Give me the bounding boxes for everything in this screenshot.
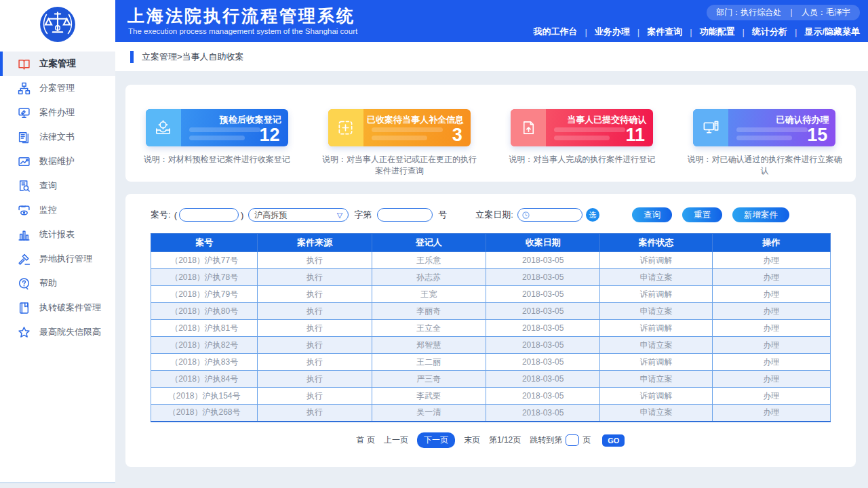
handle-case-link[interactable]: 办理: [763, 306, 779, 316]
registrar-cell: 孙志苏: [372, 269, 486, 286]
case-year-input[interactable]: [179, 208, 239, 222]
jump-page-input[interactable]: [566, 434, 579, 446]
first-page-link[interactable]: 首 页: [357, 434, 375, 446]
sidebar-item-3[interactable]: 法律文书: [0, 125, 115, 149]
table-row: （2018）沪执79号执行王宽2018-03-05诉前调解办理: [151, 286, 831, 303]
case-no-cell: （2018）沪执268号: [151, 405, 258, 422]
stat-description: 说明：对当事人正在登记或正在更正的执行案件进行查询: [321, 154, 478, 177]
last-page-link[interactable]: 末页: [464, 434, 480, 446]
handle-case-link[interactable]: 办理: [763, 256, 779, 265]
search-doc-icon: [18, 180, 31, 192]
registrar-cell: 王立全: [372, 320, 486, 337]
handle-case-link[interactable]: 办理: [763, 272, 779, 282]
stat-value: 3: [452, 126, 462, 144]
search-button[interactable]: 查询: [632, 207, 672, 222]
stat-decor-bar: [189, 136, 245, 140]
reset-button[interactable]: 重置: [682, 207, 722, 222]
source-cell: 执行: [258, 303, 372, 320]
case-no-label: 案号:: [151, 209, 171, 221]
case-handling-icon: [18, 106, 31, 119]
source-cell: 执行: [258, 286, 372, 303]
stat-value: 12: [260, 126, 280, 144]
nav-item-5[interactable]: 显示/隐藏菜单: [804, 26, 860, 38]
status-cell: 申请立案: [600, 337, 712, 354]
handle-case-link[interactable]: 办理: [763, 357, 779, 367]
sidebar-item-10[interactable]: 执转破案件管理: [0, 296, 115, 320]
stat-col-0: 预检后收案登记12说明：对材料预检登记案件进行收案登记: [125, 109, 308, 182]
stat-decor-bar: [189, 127, 260, 132]
action-cell: 办理: [712, 354, 830, 371]
breadcrumb-bar: 立案管理>当事人自助收案: [115, 42, 868, 71]
nav-item-2[interactable]: 案件查询: [647, 26, 682, 38]
breadcrumb-accent-bar: [130, 51, 134, 63]
case-list-panel: 案号: ( ) 沪高拆预 ▽ 字第 号 立案日期: 选 查询 重置 新增案件 案…: [125, 194, 856, 467]
court-code-select[interactable]: 沪高拆预 ▽: [248, 208, 349, 222]
sidebar: 立案管理分案管理案件办理法律文书数据维护查询监控统计报表异地执行管理帮助执转破案…: [0, 0, 115, 483]
table-row: （2018）沪执81号执行王立全2018-03-05诉前调解办理: [151, 320, 831, 337]
prev-page-link[interactable]: 上一页: [384, 434, 408, 446]
case-seq-input[interactable]: [377, 208, 433, 222]
case-no-cell: （2018）沪执154号: [151, 388, 258, 405]
registrar-cell: 吴一清: [372, 405, 486, 422]
stat-decor-bar: [736, 136, 792, 140]
case-no-cell: （2018）沪执80号: [151, 303, 258, 320]
source-cell: 执行: [258, 252, 372, 269]
handle-case-link[interactable]: 办理: [763, 407, 779, 417]
nav-item-3[interactable]: 功能配置: [700, 26, 735, 38]
registrar-cell: 王二丽: [372, 354, 486, 371]
source-cell: 执行: [258, 320, 372, 337]
table-header-cell: 操作: [712, 234, 830, 252]
date-picker-button[interactable]: 选: [586, 208, 599, 222]
handle-case-link[interactable]: 办理: [763, 374, 779, 384]
registrar-cell: 王宽: [372, 286, 486, 303]
jump-suffix-label: 页: [583, 434, 591, 446]
sidebar-item-2[interactable]: 案件办理: [0, 100, 115, 125]
sidebar-item-9[interactable]: 帮助: [0, 271, 115, 296]
nav-item-1[interactable]: 业务办理: [595, 26, 630, 38]
stat-card-1[interactable]: 已收案待当事人补全信息3: [328, 109, 471, 146]
stat-value: 11: [626, 126, 646, 144]
case-no-cell: （2018）沪执77号: [151, 252, 258, 269]
go-button[interactable]: GO: [602, 434, 625, 447]
sidebar-item-11[interactable]: 最高院失信限高: [0, 320, 115, 344]
date-cell: 2018-03-05: [486, 371, 599, 388]
add-case-button[interactable]: 新增案件: [732, 207, 789, 222]
action-cell: 办理: [712, 405, 830, 422]
doc-upload-icon: [511, 109, 546, 146]
sidebar-item-1[interactable]: 分案管理: [0, 76, 115, 100]
registrar-cell: 郑智慧: [372, 337, 486, 354]
handle-case-link[interactable]: 办理: [763, 391, 779, 401]
table-row: （2018）沪执268号执行吴一清2018-03-05申请立案办理: [151, 405, 831, 422]
sidebar-item-8[interactable]: 异地执行管理: [0, 247, 115, 271]
stat-card-3[interactable]: 已确认待办理15: [693, 109, 835, 146]
date-cell: 2018-03-05: [486, 252, 599, 269]
status-cell: 诉前调解: [600, 286, 712, 303]
sidebar-item-7[interactable]: 统计报表: [0, 222, 115, 247]
sidebar-item-0[interactable]: 立案管理: [0, 52, 115, 76]
registrar-cell: 李丽奇: [372, 303, 486, 320]
legal-docs-icon: [18, 131, 31, 144]
court-code-value: 沪高拆预: [254, 209, 287, 221]
action-cell: 办理: [712, 337, 830, 354]
status-cell: 申请立案: [600, 269, 712, 286]
sidebar-item-label: 执转破案件管理: [39, 302, 101, 314]
handle-case-link[interactable]: 办理: [763, 340, 779, 350]
sidebar-item-4[interactable]: 数据维护: [0, 149, 115, 174]
user-info-pill: 部门：执行综合处 ｜ 人员：毛泽宇: [707, 5, 860, 20]
table-row: （2018）沪执84号执行严三奇2018-03-05申请立案办理: [151, 371, 831, 388]
sidebar-item-5[interactable]: 查询: [0, 174, 115, 198]
next-page-button[interactable]: 下一页: [417, 432, 455, 448]
handle-case-link[interactable]: 办理: [763, 323, 779, 333]
handle-case-link[interactable]: 办理: [763, 289, 779, 299]
action-cell: 办理: [712, 303, 830, 320]
nav-item-0[interactable]: 我的工作台: [533, 26, 577, 38]
date-cell: 2018-03-05: [486, 405, 599, 422]
nav-item-4[interactable]: 统计分析: [752, 26, 787, 38]
sidebar-item-6[interactable]: 监控: [0, 198, 115, 222]
stat-card-0[interactable]: 预检后收案登记12: [146, 109, 288, 146]
table-row: （2018）沪执77号执行王乐意2018-03-05诉前调解办理: [151, 252, 831, 269]
table-header-cell: 收案日期: [486, 234, 599, 252]
stat-card-2[interactable]: 当事人已提交待确认11: [511, 109, 653, 146]
sitemap-icon: [18, 82, 31, 95]
status-cell: 诉前调解: [600, 320, 712, 337]
